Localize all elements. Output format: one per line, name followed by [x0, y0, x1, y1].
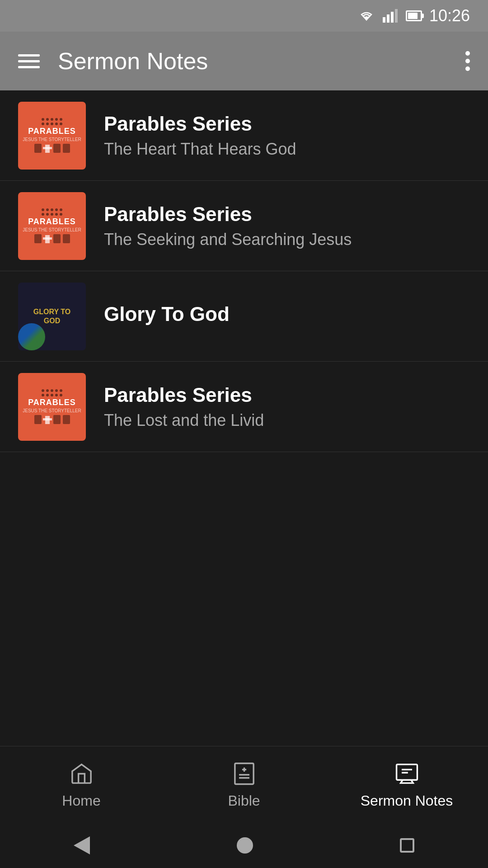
item-info: Parables Series The Heart That Hears God [104, 113, 470, 159]
list-item[interactable]: PARABLES JESUS THE STORYTELLER Parables … [0, 181, 488, 271]
back-button[interactable] [74, 836, 90, 854]
system-navigation [0, 823, 488, 868]
nav-label-bible: Bible [228, 793, 260, 809]
app-bar: Sermon Notes [0, 32, 488, 90]
home-button[interactable] [237, 837, 253, 854]
item-title: Parables Series [104, 203, 470, 226]
thumbnail-parables: PARABLES JESUS THE STORYTELLER [18, 102, 86, 170]
hamburger-menu-icon[interactable] [18, 54, 40, 68]
status-bar: 10:26 [0, 0, 488, 32]
svg-rect-4 [235, 763, 253, 784]
svg-rect-2 [391, 12, 394, 23]
sermon-notes-icon [393, 760, 420, 787]
status-icons: 10:26 [357, 6, 470, 25]
item-info: Glory To God [104, 303, 470, 330]
battery-icon [406, 10, 422, 21]
item-subtitle: The Lost and the Livid [104, 411, 470, 430]
item-title: Glory To God [104, 303, 470, 326]
nav-label-home: Home [62, 793, 100, 809]
bottom-navigation: Home Bible Sermon Notes [0, 746, 488, 823]
item-info: Parables Series The Lost and the Livid [104, 384, 470, 430]
thumbnail-glory: GLORY TOGOD [18, 283, 86, 350]
status-time: 10:26 [429, 6, 470, 25]
list-item[interactable]: GLORY TOGOD Glory To God [0, 271, 488, 362]
thumbnail-parables: PARABLES JESUS THE STORYTELLER [18, 192, 86, 260]
item-subtitle: The Seeking and Searching Jesus [104, 230, 470, 249]
home-icon [68, 760, 95, 787]
recents-button[interactable] [400, 838, 414, 853]
sermon-notes-list: PARABLES JESUS THE STORYTELLER Parables … [0, 90, 488, 452]
svg-rect-1 [387, 14, 389, 23]
thumbnail-parables: PARABLES JESUS THE STORYTELLER [18, 373, 86, 441]
list-item[interactable]: PARABLES JESUS THE STORYTELLER Parables … [0, 362, 488, 452]
nav-item-home[interactable]: Home [0, 760, 163, 809]
signal-icon [383, 9, 399, 23]
item-subtitle: The Heart That Hears God [104, 140, 470, 159]
more-options-icon[interactable] [465, 51, 470, 71]
svg-rect-0 [383, 17, 385, 23]
bible-icon [230, 760, 258, 787]
item-title: Parables Series [104, 113, 470, 135]
svg-rect-3 [395, 9, 398, 23]
list-item[interactable]: PARABLES JESUS THE STORYTELLER Parables … [0, 90, 488, 181]
nav-label-sermon-notes: Sermon Notes [361, 793, 453, 809]
nav-item-sermon-notes[interactable]: Sermon Notes [325, 760, 488, 809]
page-title: Sermon Notes [58, 47, 465, 75]
nav-item-bible[interactable]: Bible [163, 760, 325, 809]
item-title: Parables Series [104, 384, 470, 406]
wifi-icon [357, 9, 375, 23]
item-info: Parables Series The Seeking and Searchin… [104, 203, 470, 249]
